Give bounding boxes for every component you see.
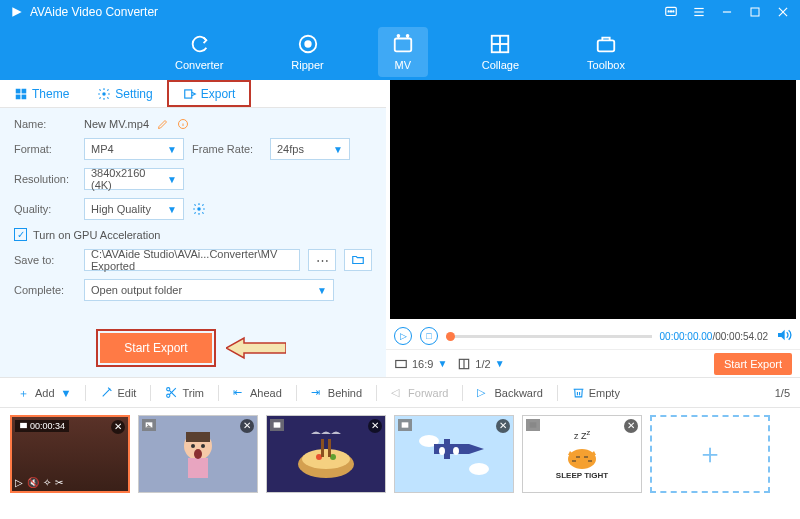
- thumbnail-1[interactable]: 00:00:34 ✕ ▷ 🔇 ✧ ✂: [10, 415, 130, 493]
- empty-button[interactable]: Empty: [564, 383, 628, 402]
- nav-ripper-label: Ripper: [291, 59, 323, 71]
- thumbnail-4[interactable]: ✕: [394, 415, 514, 493]
- minimize-icon[interactable]: [720, 5, 734, 19]
- mute-icon[interactable]: 🔇: [27, 477, 39, 488]
- thumb-art: [562, 441, 602, 471]
- svg-point-49: [191, 444, 195, 448]
- sleep-tight-text: SLEEP TIGHT: [556, 471, 608, 480]
- tab-setting[interactable]: Setting: [83, 80, 166, 107]
- behind-button[interactable]: ⇥Behind: [303, 383, 370, 402]
- svg-point-54: [302, 449, 350, 469]
- thumb-remove-icon[interactable]: ✕: [111, 420, 125, 434]
- main: Theme Setting Export Name: New MV.mp4 Fo…: [0, 80, 800, 377]
- gpu-label: Turn on GPU Acceleration: [33, 229, 160, 241]
- nav-ripper[interactable]: Ripper: [277, 27, 337, 77]
- image-type-icon: [270, 419, 284, 431]
- tab-export[interactable]: Export: [167, 80, 252, 107]
- thumbnail-5[interactable]: ✕ z Zz SLEEP TIGHT: [522, 415, 642, 493]
- page-select[interactable]: 1/2 ▼: [457, 357, 504, 371]
- chevron-left-icon: ◁: [391, 386, 404, 399]
- gear-icon[interactable]: [192, 202, 206, 216]
- timeline[interactable]: [446, 335, 652, 338]
- svg-rect-42: [20, 423, 27, 428]
- timeline-playhead[interactable]: [446, 332, 455, 341]
- framerate-select[interactable]: 24fps▼: [270, 138, 350, 160]
- ahead-button[interactable]: ⇤Ahead: [225, 383, 290, 402]
- annotation-arrow-icon: [226, 336, 286, 360]
- backward-button[interactable]: ▷Backward: [469, 383, 550, 402]
- quality-value: High Quality: [91, 203, 151, 215]
- thumb-art: [291, 424, 361, 484]
- svg-point-61: [469, 463, 489, 475]
- thumb-remove-icon[interactable]: ✕: [368, 419, 382, 433]
- svg-rect-65: [530, 422, 537, 427]
- volume-icon[interactable]: [776, 327, 792, 346]
- svg-rect-52: [274, 422, 281, 427]
- tab-setting-label: Setting: [115, 87, 152, 101]
- svg-rect-28: [184, 89, 191, 97]
- saveto-input[interactable]: C:\AVAide Studio\AVAi...Converter\MV Exp…: [84, 249, 300, 271]
- quality-select[interactable]: High Quality▼: [84, 198, 184, 220]
- gpu-checkbox[interactable]: ✓: [14, 228, 27, 241]
- nav-collage[interactable]: Collage: [468, 27, 533, 77]
- resolution-value: 3840x2160 (4K): [91, 167, 167, 191]
- close-icon[interactable]: [776, 5, 790, 19]
- edit-button[interactable]: Edit: [92, 383, 144, 402]
- play-icon[interactable]: ▷: [15, 477, 23, 488]
- trim-button[interactable]: Trim: [157, 383, 212, 402]
- tab-theme[interactable]: Theme: [0, 80, 83, 107]
- chevron-down-icon: ▼: [167, 144, 177, 155]
- chevron-down-icon: ▼: [317, 285, 327, 296]
- tab-export-label: Export: [201, 87, 236, 101]
- start-export-small-button[interactable]: Start Export: [714, 353, 792, 375]
- browse-button[interactable]: ⋯: [308, 249, 336, 271]
- resolution-label: Resolution:: [14, 173, 76, 185]
- aspect-ratio-select[interactable]: 16:9 ▼: [394, 357, 447, 371]
- svg-rect-25: [16, 94, 21, 99]
- svg-rect-24: [22, 88, 27, 93]
- complete-select[interactable]: Open output folder▼: [84, 279, 334, 301]
- nav-toolbox[interactable]: Toolbox: [573, 27, 639, 77]
- menu-icon[interactable]: [692, 5, 706, 19]
- nav-toolbox-label: Toolbox: [587, 59, 625, 71]
- forward-button: ◁Forward: [383, 383, 456, 402]
- thumb-remove-icon[interactable]: ✕: [624, 419, 638, 433]
- framerate-label: Frame Rate:: [192, 143, 262, 155]
- svg-rect-57: [321, 439, 324, 457]
- edit-name-icon[interactable]: [157, 118, 169, 130]
- maximize-icon[interactable]: [748, 5, 762, 19]
- svg-point-4: [673, 11, 674, 12]
- svg-rect-35: [396, 360, 407, 367]
- nav-converter[interactable]: Converter: [161, 27, 237, 77]
- stop-button[interactable]: □: [420, 327, 438, 345]
- add-thumbnail-button[interactable]: ＋: [650, 415, 770, 493]
- svg-point-2: [668, 11, 669, 12]
- wand-icon[interactable]: ✧: [43, 477, 51, 488]
- open-folder-button[interactable]: [344, 249, 372, 271]
- nav-mv[interactable]: MV: [378, 27, 428, 77]
- scissors-icon[interactable]: ✂: [55, 477, 63, 488]
- plus-icon: ＋: [18, 386, 31, 399]
- app-title: AVAide Video Converter: [30, 5, 664, 19]
- right-panel: ▷ □ 00:00:00.00/00:00:54.02 16:9 ▼ 1/2 ▼…: [386, 80, 800, 377]
- svg-marker-34: [778, 329, 785, 340]
- add-button[interactable]: ＋Add▼: [10, 383, 79, 402]
- page-counter: 1/5: [775, 387, 790, 399]
- format-select[interactable]: MP4▼: [84, 138, 184, 160]
- thumb-remove-icon[interactable]: ✕: [496, 419, 510, 433]
- video-preview[interactable]: [390, 80, 796, 319]
- svg-point-39: [167, 394, 170, 397]
- resolution-select[interactable]: 3840x2160 (4K)▼: [84, 168, 184, 190]
- zzz-text: z Zz: [574, 428, 590, 441]
- svg-point-32: [197, 207, 201, 211]
- feedback-icon[interactable]: [664, 5, 678, 19]
- play-button[interactable]: ▷: [394, 327, 412, 345]
- thumb-art: [168, 424, 228, 484]
- start-export-button[interactable]: Start Export: [100, 333, 211, 363]
- chevron-down-icon: ▼: [437, 358, 447, 369]
- svg-marker-33: [226, 338, 286, 358]
- thumbnail-2[interactable]: ✕: [138, 415, 258, 493]
- thumb-remove-icon[interactable]: ✕: [240, 419, 254, 433]
- thumbnail-3[interactable]: ✕: [266, 415, 386, 493]
- info-icon[interactable]: [177, 118, 189, 130]
